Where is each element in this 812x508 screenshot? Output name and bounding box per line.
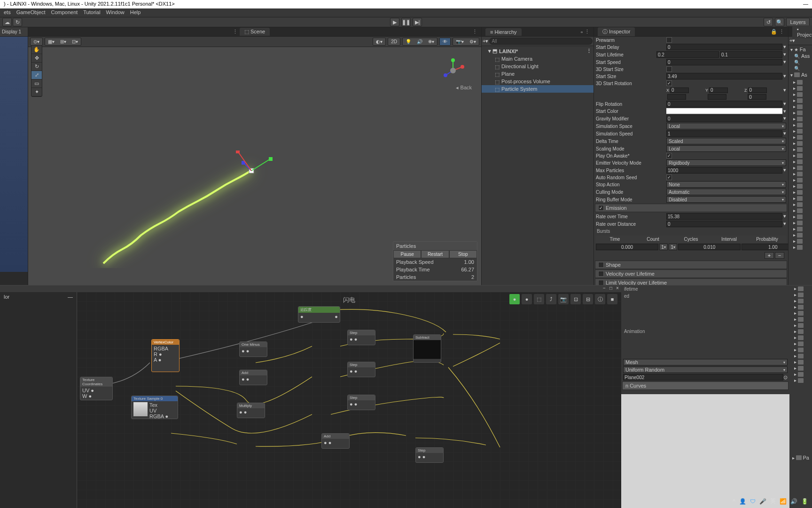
- add-burst-button[interactable]: +: [765, 252, 774, 259]
- packages-folder[interactable]: ▸ Pa: [791, 454, 810, 461]
- close-icon[interactable]: ×: [615, 286, 620, 292]
- folder-item[interactable]: ▸: [789, 195, 812, 201]
- tray-volume-icon[interactable]: 🔊: [790, 498, 797, 505]
- node-step[interactable]: Step● ●: [415, 447, 444, 463]
- field-input[interactable]: [666, 101, 782, 107]
- tree-item[interactable]: ⬚Post-process Volume: [482, 78, 593, 85]
- audio-toggle[interactable]: 🔊: [414, 38, 425, 45]
- scene-root[interactable]: ▾ ⬒ LAINXI*⋮: [482, 47, 593, 55]
- folder-item[interactable]: ▸: [789, 134, 812, 140]
- hierarchy-search-input[interactable]: [489, 38, 593, 45]
- node-texture-sample[interactable]: Texture Sample 0TexUVRGBA ●: [131, 396, 178, 419]
- rotate-tool[interactable]: ↻: [31, 63, 42, 71]
- favorites[interactable]: ▾ ★ Fa: [789, 46, 811, 53]
- tab-menu-icon[interactable]: ⋮: [472, 29, 477, 35]
- minimize-icon[interactable]: —: [68, 294, 73, 300]
- minimize-icon[interactable]: —: [803, 1, 808, 8]
- folder-item[interactable]: ▸: [789, 122, 812, 128]
- rate-over-time-input[interactable]: [666, 213, 782, 220]
- focus-icon[interactable]: ⊡: [570, 294, 581, 304]
- field-input[interactable]: [666, 44, 782, 50]
- uniform-dropdown[interactable]: Uniform Random: [623, 366, 788, 373]
- scene-tab[interactable]: ⬚ Scene: [240, 28, 270, 36]
- burst-count[interactable]: 1: [659, 244, 668, 250]
- search-icon[interactable]: 🔍: [775, 18, 784, 26]
- tray-user-icon[interactable]: 👤: [739, 498, 746, 505]
- dropdown[interactable]: Local: [666, 123, 786, 129]
- folder-item[interactable]: ▸: [789, 110, 812, 116]
- tree-item[interactable]: ⬚Main Camera: [482, 55, 593, 63]
- dropdown[interactable]: Scaled: [666, 138, 786, 144]
- module-header[interactable]: Velocity over Lifetime: [595, 270, 787, 278]
- restart-particles-button[interactable]: Restart: [421, 250, 449, 258]
- tab-menu-icon[interactable]: ⋮: [585, 29, 590, 35]
- module-header[interactable]: Shape: [595, 261, 787, 269]
- burst-cycles[interactable]: 1: [669, 244, 677, 250]
- mesh-dropdown[interactable]: Mesh: [623, 359, 788, 365]
- camera-dropdown[interactable]: 📷▾: [453, 38, 467, 45]
- menu-assets[interactable]: ets: [4, 9, 11, 16]
- grid-toggle[interactable]: ▦▾: [45, 38, 57, 45]
- menu-component[interactable]: Component: [51, 9, 78, 16]
- camera-icon[interactable]: 📷: [558, 294, 569, 304]
- step-button[interactable]: ▶|: [413, 18, 422, 26]
- folder-item[interactable]: ▸: [789, 244, 812, 250]
- shading-dropdown[interactable]: ◐▾: [373, 38, 385, 45]
- field-input[interactable]: [666, 73, 782, 79]
- menu-tutorial[interactable]: Tutorial: [83, 9, 100, 16]
- checkbox[interactable]: [666, 175, 672, 180]
- rect-tool[interactable]: ▭: [31, 79, 42, 88]
- emission-module[interactable]: Emission: [595, 204, 787, 212]
- 2d-toggle[interactable]: 2D: [388, 38, 400, 45]
- folder-item[interactable]: ▸: [789, 201, 812, 207]
- display-dropdown[interactable]: Display 1: [0, 27, 28, 37]
- tab-menu-icon[interactable]: ⋮: [779, 29, 784, 35]
- add-button[interactable]: +▾: [789, 38, 795, 44]
- node-add[interactable]: Add● ●: [321, 433, 350, 449]
- node-subtract[interactable]: Subtract: [413, 334, 441, 363]
- checkbox[interactable]: [666, 66, 672, 72]
- field-input[interactable]: [666, 167, 782, 174]
- restore-icon[interactable]: ▫: [581, 29, 583, 35]
- checkbox[interactable]: [666, 37, 672, 43]
- folder-item[interactable]: ▸: [789, 177, 812, 183]
- folder-item[interactable]: ▸: [789, 103, 812, 110]
- minimize-icon[interactable]: −: [601, 286, 607, 292]
- node-step[interactable]: Step● ●: [347, 395, 375, 410]
- menu-help[interactable]: Help: [130, 9, 141, 16]
- folder-item[interactable]: ▸: [789, 128, 812, 134]
- field-input[interactable]: [666, 59, 782, 65]
- folder-item[interactable]: ▸: [789, 207, 812, 214]
- folder-item[interactable]: ▸: [789, 146, 812, 152]
- folder-item[interactable]: ▸: [789, 85, 812, 91]
- fx-toggle[interactable]: ❋▾: [425, 38, 437, 45]
- folder-item[interactable]: ▸: [789, 189, 812, 195]
- folder-item[interactable]: ▸: [789, 152, 812, 159]
- folder-item[interactable]: ▸: [789, 97, 812, 103]
- tray-lang[interactable]: 英: [770, 497, 776, 505]
- orientation-gizmo[interactable]: [439, 56, 467, 85]
- node-add[interactable]: Add● ●: [239, 370, 267, 385]
- folder-item[interactable]: ▸: [789, 165, 812, 171]
- dropdown[interactable]: Disabled: [666, 196, 786, 203]
- undo-history-icon[interactable]: ↺: [764, 18, 773, 26]
- move-tool[interactable]: ✥: [31, 54, 42, 63]
- tree-item[interactable]: ⬚Directional Light: [482, 63, 593, 70]
- hidden-toggle[interactable]: 👁: [440, 38, 450, 45]
- tree-item[interactable]: ⬚Plane: [482, 70, 593, 78]
- tray-chevron-icon[interactable]: ^: [733, 498, 735, 505]
- module-header[interactable]: Limit Velocity over Lifetime: [595, 278, 787, 285]
- inspector-tab[interactable]: ⓘ Inspector: [598, 27, 635, 36]
- dropdown[interactable]: Local: [666, 145, 786, 152]
- folder-item[interactable]: ▸: [789, 116, 812, 122]
- pause-particles-button[interactable]: Pause: [393, 250, 421, 258]
- cleanup-icon[interactable]: ⊟: [583, 294, 593, 304]
- transform-tool[interactable]: ✦: [31, 88, 42, 96]
- stop-icon[interactable]: ■: [607, 294, 617, 304]
- dropdown[interactable]: Automatic: [666, 189, 786, 195]
- lock-icon[interactable]: 🔒: [771, 29, 777, 35]
- light-toggle[interactable]: 💡: [403, 38, 414, 45]
- menu-window[interactable]: Window: [106, 9, 125, 16]
- hierarchy-tab[interactable]: ≡ Hierarchy: [485, 28, 522, 36]
- scene-viewport[interactable]: ◂ Back Particles Pause Restart Stop Play…: [28, 47, 481, 285]
